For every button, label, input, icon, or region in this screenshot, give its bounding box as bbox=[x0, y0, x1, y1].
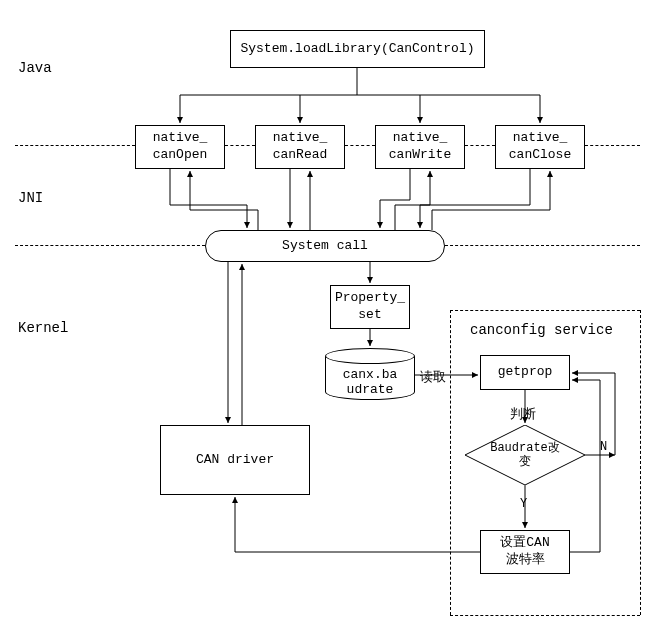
service-right-dash bbox=[640, 310, 641, 615]
property-set-text: Property_ set bbox=[335, 290, 405, 324]
native-canclose-text: native_ canClose bbox=[509, 130, 571, 164]
dash-java-jni-gap3 bbox=[465, 145, 495, 146]
can-driver-box: CAN driver bbox=[160, 425, 310, 495]
yes-label: Y bbox=[520, 497, 527, 511]
judge-label: 判断 bbox=[510, 405, 536, 423]
layer-kernel-label: Kernel bbox=[18, 320, 68, 336]
getprop-text: getprop bbox=[498, 364, 553, 381]
native-canread-box: native_ canRead bbox=[255, 125, 345, 169]
no-label: N bbox=[600, 440, 607, 454]
diagram-canvas: Java JNI Kernel System.loadLibrary(CanCo… bbox=[0, 0, 649, 640]
dash-java-jni-left bbox=[15, 145, 135, 146]
system-call-box: System call bbox=[205, 230, 445, 262]
dash-java-jni-gap2 bbox=[345, 145, 375, 146]
native-canopen-text: native_ canOpen bbox=[153, 130, 208, 164]
dash-java-jni-right bbox=[585, 145, 640, 146]
system-call-text: System call bbox=[282, 238, 368, 255]
native-canwrite-text: native_ canWrite bbox=[389, 130, 451, 164]
native-canclose-box: native_ canClose bbox=[495, 125, 585, 169]
layer-jni-label: JNI bbox=[18, 190, 43, 206]
property-set-box: Property_ set bbox=[330, 285, 410, 329]
dash-jni-kernel-left bbox=[15, 245, 205, 246]
getprop-box: getprop bbox=[480, 355, 570, 390]
baudrate-diamond: Baudrate改 变 bbox=[465, 425, 585, 485]
layer-java-label: Java bbox=[18, 60, 52, 76]
load-library-text: System.loadLibrary(CanControl) bbox=[240, 41, 474, 58]
load-library-box: System.loadLibrary(CanControl) bbox=[230, 30, 485, 68]
native-canread-text: native_ canRead bbox=[273, 130, 328, 164]
service-title: canconfig service bbox=[470, 322, 613, 338]
service-left-dash bbox=[450, 310, 451, 615]
service-top-dash bbox=[450, 310, 640, 311]
cylinder-text: canx.ba udrate bbox=[343, 367, 398, 397]
cylinder-baudrate: canx.ba udrate bbox=[325, 348, 415, 400]
diamond-text: Baudrate改 变 bbox=[490, 441, 560, 470]
set-baud-box: 设置CAN 波特率 bbox=[480, 530, 570, 574]
service-bottom-dash bbox=[450, 615, 640, 616]
read-label: 读取 bbox=[420, 368, 446, 386]
native-canopen-box: native_ canOpen bbox=[135, 125, 225, 169]
dash-java-jni-gap1 bbox=[225, 145, 255, 146]
set-baud-text: 设置CAN 波特率 bbox=[500, 535, 549, 569]
dash-jni-kernel-right bbox=[445, 245, 640, 246]
can-driver-text: CAN driver bbox=[196, 452, 274, 469]
native-canwrite-box: native_ canWrite bbox=[375, 125, 465, 169]
